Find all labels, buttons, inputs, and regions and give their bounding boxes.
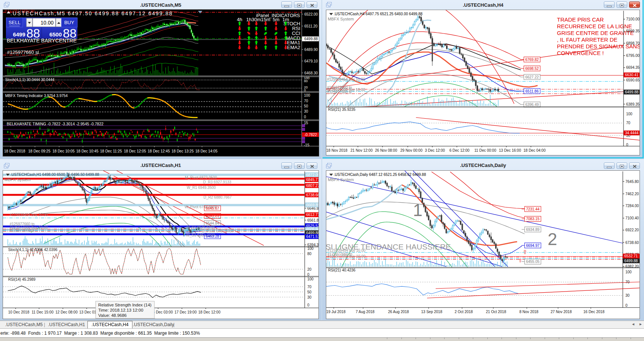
svg-text:30: 30 [625,293,630,297]
svg-text:100: 100 [626,112,632,116]
svg-text:13 Sep 2018: 13 Sep 2018 [421,310,442,314]
svg-text:7462.20: 7462.20 [625,192,639,196]
svg-text:6627.22: 6627.22 [525,75,539,79]
svg-text:70: 70 [304,99,308,103]
svg-text:0: 0 [307,303,310,307]
svg-text:CONVERGENCE !: CONVERGENCE ! [557,50,604,56]
svg-text:6511.86: 6511.86 [525,89,539,93]
svg-text:21 Nov 12:00: 21 Nov 12:00 [350,148,373,152]
svg-text:6795.00: 6795.00 [626,54,640,58]
svg-text:18 Dec 14:05: 18 Dec 14:05 [195,149,218,153]
svg-text:7100.40: 7100.40 [625,216,639,220]
svg-text:26 Aug 2018: 26 Aug 2018 [388,310,409,314]
svg-text:2 Oct 2018: 2 Oct 2018 [455,310,473,314]
svg-text:#125977660 buy 10.00: #125977660 buy 10.00 [327,254,366,258]
svg-text:.USTECHCash,Daily 6487.12 652: .USTECHCash,Daily 6487.12 6521.25 6458.6… [334,173,426,177]
svg-text:6499: 6499 [13,31,25,38]
svg-text:BELKHAYATE TIMING -0.7822 -3.: BELKHAYATE TIMING -0.7822 -3.3014 -2.954… [7,122,103,126]
svg-text:7 Aug 2018: 7 Aug 2018 [356,310,375,314]
svg-text:7645.80: 7645.80 [625,180,639,184]
svg-text:#125977660 tp: #125977660 tp [4,10,34,13]
svg-text:-0.7822: -0.7822 [304,133,317,137]
svg-text:6738.66: 6738.66 [306,193,318,197]
svg-text:2: 2 [548,229,557,249]
svg-text:#125939454 buy 10.00: #125939454 buy 10.00 [327,77,365,81]
svg-text:6499.88: 6499.88 [624,259,638,263]
svg-text:6455.05: 6455.05 [526,260,540,264]
svg-text:6807.27: 6807.27 [306,184,318,188]
svg-text:8 Nov 2018: 8 Nov 2018 [519,310,539,314]
svg-text:6499.88: 6499.88 [625,90,639,94]
svg-text:20: 20 [307,267,312,271]
svg-text:0: 0 [307,273,310,277]
svg-text:Stoch(4,1,1) 42.0396 42.0396: Stoch(4,1,1) 42.0396 42.0396 [8,248,58,252]
svg-text:18 Dec 04:00: 18 Dec 04:00 [523,148,546,152]
svg-text:RSI(21) 35.9235: RSI(21) 35.9235 [328,107,356,112]
svg-text:18 Dec 10:45: 18 Dec 10:45 [76,149,99,153]
svg-text:MBFX Timing Indicator 3.9754 3: MBFX Timing Indicator 3.9754 3.9754 [5,94,68,98]
svg-text:100: 100 [307,277,314,281]
svg-text:6561.80: 6561.80 [307,218,318,222]
svg-text:6845.71: 6845.71 [306,178,318,182]
svg-text:RSI(21) 40.4236: RSI(21) 40.4236 [328,268,356,272]
svg-text:30: 30 [304,109,308,113]
svg-text:7231.44: 7231.44 [526,207,540,211]
svg-text:6669.85: 6669.85 [306,203,318,207]
svg-text:6612.71: 6612.71 [306,213,318,217]
svg-text:6522.00: 6522.00 [304,12,318,16]
svg-text:#125977660 sl: #125977660 sl [7,49,39,55]
svg-text:1: 1 [413,200,423,220]
svg-text:⇧: ⇧ [518,258,522,263]
svg-text:18 Dec 13:25: 18 Dec 13:25 [172,149,194,153]
svg-text:.USTECHCash,M5 6497.50 6499.8: .USTECHCash,M5 6497.50 6499.88 6497.12 6… [10,10,173,16]
svg-text:6595.25: 6595.25 [206,214,220,218]
svg-text:11 Dec 15:00: 11 Dec 15:00 [32,310,54,314]
svg-text:EMA2: EMA2 [287,45,300,50]
svg-text:SELL: SELL [9,20,20,25]
svg-text:6532.71: 6532.71 [624,254,638,258]
svg-text:.USTECHCash,H4 6497.75 6521.2: .USTECHCash,H4 6497.75 6521.25 6493.00 6… [334,12,423,16]
svg-text:6769.82: 6769.82 [525,58,539,62]
svg-text:M_Pivot 6872.0500: M_Pivot 6872.0500 [185,176,217,180]
svg-text:88: 88 [63,26,77,40]
svg-text:6590.65: 6590.65 [626,78,640,82]
svg-text:D_R2 6880.7667: D_R2 6880.7667 [204,195,232,199]
svg-text:#125977660 sl: #125977660 sl [327,90,352,94]
svg-text:6934.89: 6934.89 [526,228,540,232]
svg-text:19 Jul 2018: 19 Jul 2018 [326,310,346,314]
svg-text:50: 50 [304,104,308,108]
svg-text:W_R1 6949.3500: W_R1 6949.3500 [187,186,216,190]
svg-text:6396.49: 6396.49 [525,103,539,107]
svg-text:6694.97: 6694.97 [526,244,540,248]
svg-text:6738.60: 6738.60 [625,241,639,245]
svg-text:6382.20: 6382.20 [625,264,639,268]
svg-text:18 Dec 12:45: 18 Dec 12:45 [148,149,170,153]
svg-text:#125977660 sl: #125977660 sl [10,228,34,232]
svg-text:D_Pivot 6767.1467: D_Pivot 6767.1467 [202,229,234,233]
svg-text:21 Oct 2018: 21 Oct 2018 [486,310,506,314]
svg-text:0: 0 [625,303,628,308]
svg-text:D_R3 6927.9133: D_R3 6927.9133 [203,180,231,184]
svg-text:50: 50 [307,290,312,294]
svg-text:7100.00: 7100.00 [626,17,640,21]
svg-text:7083.15: 7083.15 [526,217,540,221]
svg-text:6922.20: 6922.20 [625,228,639,232]
svg-text:17 Dec 19:00: 17 Dec 19:00 [174,310,197,314]
svg-text:Stoch(4,1,1) 30.0444 30.0444: Stoch(4,1,1) 30.0444 30.0444 [5,78,55,82]
svg-text:18 Dec 2018: 18 Dec 2018 [4,149,25,153]
svg-text:GRISE CENTRE DE GRAVITE: GRISE CENTRE DE GRAVITE [557,30,634,36]
svg-text:27 Nov 2018: 27 Nov 2018 [551,310,572,314]
svg-text:#125939454 buy 10.00: #125939454 buy 10.00 [10,213,48,217]
svg-text:.USTECHCash,H1 6498.00 6500.7: .USTECHCash,H1 6498.00 6500.75 6496.50 6… [10,173,99,177]
svg-text:6999.35: 6999.35 [626,29,640,33]
svg-text:, IL FAUT ARRETER DE: , IL FAUT ARRETER DE [557,36,618,43]
svg-text:100: 100 [307,247,314,251]
svg-text:RSI(14) 45.2989: RSI(14) 45.2989 [8,277,36,282]
svg-text:MBFX System: MBFX System [328,177,354,182]
svg-text:18 Dec 12:05: 18 Dec 12:05 [124,149,146,153]
svg-text:6872.05: 6872.05 [306,173,318,177]
svg-text:6898.70: 6898.70 [626,41,640,45]
svg-text:6511.20: 6511.20 [304,24,318,28]
svg-text:70: 70 [625,280,630,284]
svg-text:18 Dec 10:05: 18 Dec 10:05 [52,149,75,153]
